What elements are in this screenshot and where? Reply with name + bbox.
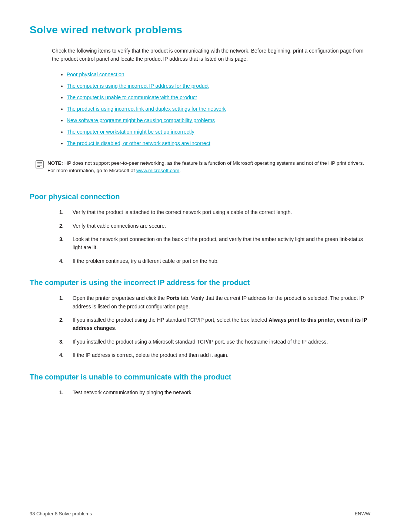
ordered-list-incorrect-ip: Open the printer properties and click th…: [59, 294, 370, 359]
list-item: If you installed the product using a Mic…: [59, 338, 370, 346]
ordered-list-unable-communicate: Test network communication by pinging th…: [59, 388, 370, 397]
note-icon: [36, 160, 44, 171]
note-label: NOTE:: [47, 160, 63, 166]
list-item-text: Verify that cable connections are secure…: [73, 222, 370, 230]
note-body: HP does not support peer-to-peer network…: [47, 160, 364, 173]
toc-link-3[interactable]: The computer is unable to communicate wi…: [67, 94, 197, 100]
bold-text: Ports: [166, 295, 180, 301]
list-item-text: If the IP address is correct, delete the…: [73, 351, 370, 359]
toc-item-5: New software programs might be causing c…: [67, 117, 370, 124]
note-box: NOTE: HP does not support peer-to-peer n…: [30, 155, 370, 180]
list-item: Verify that the product is attached to t…: [59, 208, 370, 216]
list-item-text: Verify that the product is attached to t…: [73, 208, 370, 216]
list-item: If you installed the product using the H…: [59, 316, 370, 332]
toc-item-4: The product is using incorrect link and …: [67, 105, 370, 113]
section-title-incorrect-ip: The computer is using the incorrect IP a…: [30, 277, 370, 288]
toc-link-6[interactable]: The computer or workstation might be set…: [67, 129, 194, 135]
list-item: Look at the network port connection on t…: [59, 235, 370, 252]
section-title-poor-physical: Poor physical connection: [30, 191, 370, 202]
toc-link-1[interactable]: Poor physical connection: [67, 71, 124, 77]
page-footer: 98 Chapter 8 Solve problems ENWW: [30, 510, 370, 518]
toc-item-7: The product is disabled, or other networ…: [67, 140, 370, 147]
toc-item-1: Poor physical connection: [67, 71, 370, 78]
list-item: Verify that cable connections are secure…: [59, 222, 370, 230]
note-link[interactable]: www.microsoft.com: [136, 168, 179, 173]
note-text: NOTE: HP does not support peer-to-peer n…: [47, 160, 364, 175]
toc-link-7[interactable]: The product is disabled, or other networ…: [67, 140, 210, 146]
footer-left: 98 Chapter 8 Solve problems: [30, 510, 92, 518]
toc-item-6: The computer or workstation might be set…: [67, 128, 370, 136]
list-item-text: Open the printer properties and click th…: [73, 294, 370, 311]
list-item: Open the printer properties and click th…: [59, 294, 370, 311]
list-item: Test network communication by pinging th…: [59, 388, 370, 397]
list-item-text: If the problem continues, try a differen…: [73, 257, 370, 265]
toc-link-2[interactable]: The computer is using the incorrect IP a…: [67, 83, 209, 89]
toc-link-4[interactable]: The product is using incorrect link and …: [67, 106, 226, 112]
list-item: If the IP address is correct, delete the…: [59, 351, 370, 359]
list-item-text: Look at the network port connection on t…: [73, 235, 370, 252]
toc-item-3: The computer is unable to communicate wi…: [67, 94, 370, 101]
page-container: Solve wired network problems Check the f…: [0, 0, 400, 532]
toc-item-2: The computer is using the incorrect IP a…: [67, 82, 370, 90]
section-title-unable-communicate: The computer is unable to communicate wi…: [30, 371, 370, 382]
bold-text: Always print to this printer, even if it…: [73, 317, 367, 331]
ordered-list-poor-physical: Verify that the product is attached to t…: [59, 208, 370, 265]
note-period: .: [179, 168, 181, 173]
footer-right: ENWW: [354, 510, 370, 518]
page-title: Solve wired network problems: [30, 22, 370, 38]
list-item-text: If you installed the product using the H…: [73, 316, 370, 332]
list-item-text: If you installed the product using a Mic…: [73, 338, 370, 346]
intro-text: Check the following items to verify that…: [52, 47, 367, 63]
list-item-text: Test network communication by pinging th…: [73, 388, 370, 397]
toc-link-5[interactable]: New software programs might be causing c…: [67, 117, 215, 123]
list-item: If the problem continues, try a differen…: [59, 257, 370, 265]
toc-list: Poor physical connection The computer is…: [67, 71, 370, 147]
